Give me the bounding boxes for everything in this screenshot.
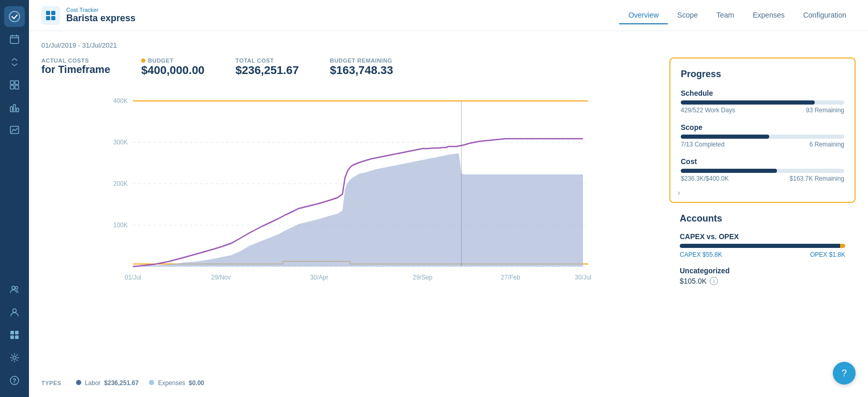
tab-scope[interactable]: Scope: [668, 7, 707, 24]
capex-label: CAPEX $55.8K: [680, 251, 722, 258]
scope-bar-fill: [681, 135, 769, 139]
tab-expenses[interactable]: Expenses: [743, 7, 794, 24]
svg-text:29/Nov: 29/Nov: [211, 274, 231, 281]
chart-header: ACTUAL COSTS for Timeframe BUDGET $400,0…: [41, 57, 659, 77]
tab-configuration[interactable]: Configuration: [794, 7, 856, 24]
sidebar-item-person[interactable]: [4, 302, 25, 322]
schedule-section: Schedule 429/522 Work Days 93 Remaining: [681, 89, 844, 114]
sidebar-item-settings[interactable]: [4, 347, 25, 368]
svg-rect-5: [10, 81, 14, 84]
scope-info: 7/13 Completed 6 Remaining: [681, 141, 844, 148]
capex-opex-title: CAPEX vs. OPEX: [680, 232, 845, 241]
svg-rect-7: [10, 85, 14, 89]
sidebar-item-apps[interactable]: [4, 325, 25, 345]
uncategorized-value: $105.0K i: [680, 277, 845, 285]
svg-rect-19: [15, 335, 19, 339]
app-title-block: Cost Tracker Barista express: [66, 7, 136, 24]
svg-rect-8: [15, 85, 19, 89]
main-content: Cost Tracker Barista express Overview Sc…: [29, 0, 868, 397]
svg-text:29/Sep: 29/Sep: [413, 274, 432, 281]
budget-remaining-value: $163,748.33: [330, 64, 393, 77]
svg-point-0: [9, 11, 20, 22]
svg-rect-25: [46, 16, 50, 20]
svg-rect-17: [15, 331, 19, 334]
schedule-bar-fill: [681, 100, 815, 105]
sidebar-item-users[interactable]: [4, 279, 25, 300]
capex-opex-labels: CAPEX $55.8K OPEX $1.8K: [680, 251, 845, 258]
app-subtitle: Cost Tracker: [66, 7, 136, 13]
svg-rect-24: [51, 11, 55, 15]
app-icon: [41, 6, 60, 25]
budget-dot: [141, 58, 145, 63]
svg-point-15: [13, 309, 17, 313]
cost-label: Cost: [681, 157, 844, 166]
svg-text:100K: 100K: [113, 222, 128, 229]
legend-expenses: Expenses $0.00: [149, 379, 204, 387]
budget-value: $400,000.00: [141, 64, 204, 77]
page-content: 01/Jul/2019 - 31/Jul/2021 ACTUAL COSTS f…: [29, 31, 868, 397]
sidebar-item-chevron[interactable]: [4, 52, 25, 72]
card-arrow[interactable]: ›: [678, 188, 680, 197]
svg-point-20: [13, 356, 16, 359]
cost-bar-bg: [681, 169, 844, 173]
svg-rect-18: [10, 335, 14, 339]
scope-bar-bg: [681, 135, 844, 139]
svg-text:400K: 400K: [113, 97, 128, 105]
sidebar-item-line-chart[interactable]: [4, 120, 25, 141]
cost-section: Cost $236.3K/$400.0K $163.7K Remaining: [681, 157, 844, 182]
schedule-info-text: 429/522 Work Days: [681, 107, 735, 114]
sidebar-item-grid[interactable]: [4, 75, 25, 95]
uncategorized-title: Uncategorized: [680, 267, 845, 275]
svg-rect-16: [10, 331, 14, 334]
opex-bar: [840, 244, 845, 248]
svg-rect-23: [46, 11, 50, 15]
svg-rect-10: [13, 105, 16, 112]
svg-text:30/Apr: 30/Apr: [310, 274, 328, 281]
main-grid: ACTUAL COSTS for Timeframe BUDGET $400,0…: [41, 57, 856, 387]
chart-panel: ACTUAL COSTS for Timeframe BUDGET $400,0…: [41, 57, 659, 387]
date-range: 01/Jul/2019 - 31/Jul/2021: [41, 41, 856, 49]
info-icon[interactable]: i: [710, 277, 718, 285]
accounts-section: Accounts CAPEX vs. OPEX CAPEX $55.8K OPE…: [669, 203, 856, 296]
capex-opex-item: CAPEX vs. OPEX CAPEX $55.8K OPEX $1.8K: [680, 232, 845, 258]
total-cost-label: TOTAL COST: [235, 57, 298, 64]
total-cost-stat: TOTAL COST $236,251.67: [235, 57, 298, 77]
chart-area: 400K 300K 200K 100K: [41, 85, 659, 375]
sidebar-item-calendar[interactable]: [4, 29, 25, 50]
legend-labor: Labor $236,251.67: [76, 379, 139, 387]
nav-tabs: Overview Scope Team Expenses Configurati…: [619, 7, 856, 24]
chart-svg: 400K 300K 200K 100K: [41, 85, 659, 303]
tab-team[interactable]: Team: [707, 7, 743, 24]
schedule-info: 429/522 Work Days 93 Remaining: [681, 107, 844, 114]
schedule-remaining: 93 Remaining: [806, 107, 844, 114]
budget-label: BUDGET: [141, 57, 204, 64]
schedule-label: Schedule: [681, 89, 844, 97]
sidebar-item-help[interactable]: ?: [4, 370, 25, 391]
svg-marker-37: [133, 153, 583, 267]
schedule-bar-bg: [681, 100, 844, 105]
svg-text:200K: 200K: [113, 180, 128, 187]
legend-labor-dot: [76, 380, 81, 385]
sidebar-item-bar-chart[interactable]: [4, 97, 25, 118]
scope-remaining: 6 Remaining: [810, 141, 844, 148]
cost-info-text: $236.3K/$400.0K: [681, 175, 729, 182]
sidebar-item-check[interactable]: [4, 6, 25, 27]
progress-title: Progress: [681, 69, 844, 80]
uncategorized-item: Uncategorized $105.0K i: [680, 267, 845, 285]
svg-point-13: [12, 286, 15, 289]
svg-text:300K: 300K: [113, 139, 128, 146]
actual-costs-subtitle: for Timeframe: [41, 64, 110, 76]
svg-text:?: ?: [12, 377, 16, 385]
legend-expenses-dot: [149, 380, 154, 385]
sidebar: ?: [0, 0, 29, 397]
tab-overview[interactable]: Overview: [619, 7, 668, 24]
capex-bar: [680, 244, 840, 248]
svg-rect-26: [51, 16, 55, 20]
legend-types-label: TYPES: [41, 380, 62, 386]
help-fab[interactable]: ?: [833, 362, 856, 385]
cost-bar-fill: [681, 169, 777, 173]
svg-rect-1: [10, 36, 19, 43]
svg-rect-6: [15, 81, 19, 84]
svg-text:27/Feb: 27/Feb: [501, 274, 520, 281]
svg-rect-11: [17, 108, 19, 112]
